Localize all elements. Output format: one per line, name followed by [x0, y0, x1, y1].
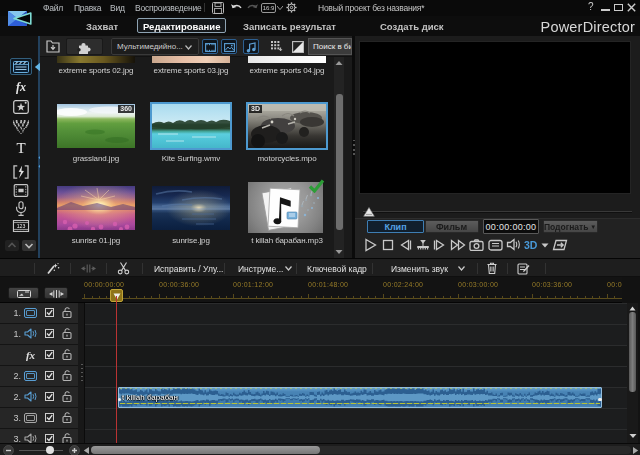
svg-text:123: 123 [17, 223, 26, 229]
